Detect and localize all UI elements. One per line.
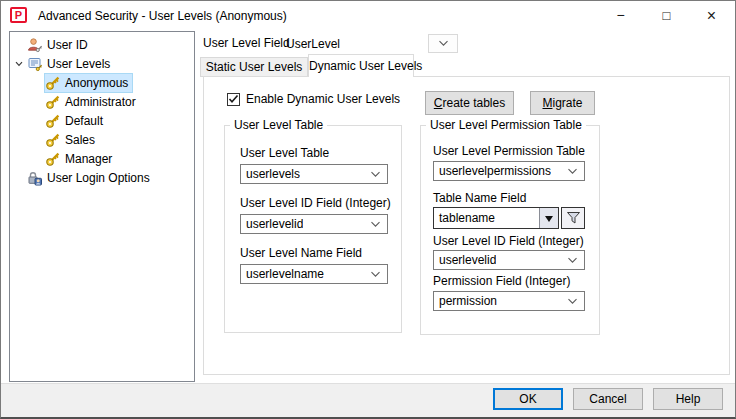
tree-item-user-levels[interactable]: User Levels — [10, 54, 194, 73]
user-level-name-field-combobox[interactable]: userlevelname — [240, 264, 388, 284]
chevron-slot — [10, 170, 27, 186]
tree-item-user-id[interactable]: User ID — [10, 35, 194, 54]
security-tree: User ID User Levels — [9, 31, 195, 382]
dynamic-user-levels-page: Enable Dynamic User Levels Create tables… — [203, 76, 730, 375]
chevron-down-icon — [370, 171, 381, 178]
help-button[interactable]: Help — [653, 388, 723, 410]
table-name-field-combobox[interactable]: tablename — [433, 207, 559, 229]
dropdown-arrow-button[interactable] — [539, 208, 558, 228]
combo-value: userlevelid — [246, 217, 303, 231]
user-level-table-group: User Level Table User Level Table userle… — [224, 125, 402, 333]
tree-item-label: Anonymous — [65, 75, 132, 91]
chevron-slot — [10, 113, 27, 129]
chevron-slot — [10, 75, 27, 91]
tab-dynamic-user-levels[interactable]: Dynamic User Levels — [308, 54, 414, 77]
checkbox-checked-icon[interactable] — [227, 93, 240, 106]
group-title: User Level Table — [230, 118, 327, 132]
table-name-field-label: Table Name Field — [433, 191, 526, 205]
tree-item-label: User Login Options — [47, 170, 153, 186]
key-icon — [45, 113, 61, 129]
key-icon — [45, 75, 61, 91]
tree-item-label: Default — [65, 113, 106, 129]
combo-value: userlevels — [246, 167, 300, 181]
combo-value: userlevelpermissions — [439, 164, 551, 178]
minimize-button[interactable]: − — [598, 1, 643, 30]
combo-value: tablename — [439, 211, 495, 225]
perm-user-level-id-combobox[interactable]: userlevelid — [433, 250, 585, 270]
combo-value: userlevelname — [246, 267, 324, 281]
chevron-down-icon — [567, 168, 578, 175]
create-tables-button[interactable]: Create tables — [425, 91, 514, 115]
combo-value: permission — [439, 294, 497, 308]
chevron-slot — [10, 37, 27, 53]
tree-item-label: User ID — [47, 37, 91, 53]
chevron-down-icon[interactable] — [10, 56, 27, 72]
chevron-down-icon — [567, 257, 578, 264]
chevron-down-icon — [567, 298, 578, 305]
key-icon — [45, 151, 61, 167]
user-level-permission-table-group: User Level Permission Table User Level P… — [420, 125, 600, 335]
chevron-down-icon — [370, 221, 381, 228]
enable-dynamic-checkbox-label: Enable Dynamic User Levels — [246, 92, 400, 106]
maximize-button[interactable]: □ — [644, 1, 689, 30]
user-level-field-value: UserLevel — [284, 37, 340, 51]
user-id-icon — [27, 37, 43, 53]
user-level-id-field-label: User Level ID Field (Integer) — [240, 196, 391, 210]
tab-static-user-levels[interactable]: Static User Levels — [200, 57, 308, 77]
user-level-name-field-label: User Level Name Field — [240, 246, 362, 260]
group-title: User Level Permission Table — [426, 118, 586, 132]
permission-field-combobox[interactable]: permission — [433, 291, 585, 311]
chevron-down-icon — [370, 271, 381, 278]
user-level-field-combobox[interactable]: UserLevel — [284, 33, 458, 54]
tree-item-label: Sales — [65, 132, 98, 148]
footer-bar: OK Cancel Help — [1, 383, 735, 417]
user-level-table-combobox[interactable]: userlevels — [240, 164, 388, 184]
permission-table-label: User Level Permission Table — [433, 144, 585, 158]
tree-item-default[interactable]: Default — [10, 111, 194, 130]
key-icon — [45, 132, 61, 148]
key-icon — [45, 94, 61, 110]
chevron-slot — [10, 132, 27, 148]
chevron-down-icon[interactable] — [428, 34, 458, 53]
window-title: Advanced Security - User Levels (Anonymo… — [38, 1, 287, 31]
perm-user-level-id-label: User Level ID Field (Integer) — [433, 234, 584, 248]
user-level-id-field-combobox[interactable]: userlevelid — [240, 214, 388, 234]
tree-item-administrator[interactable]: Administrator — [10, 92, 194, 111]
tree-item-sales[interactable]: Sales — [10, 130, 194, 149]
cancel-button[interactable]: Cancel — [573, 388, 643, 410]
enable-dynamic-checkbox-row[interactable]: Enable Dynamic User Levels — [227, 92, 400, 106]
tree-item-label: User Levels — [47, 56, 113, 72]
ok-button[interactable]: OK — [493, 388, 563, 410]
tree-item-label: Manager — [65, 151, 115, 167]
chevron-slot — [10, 151, 27, 167]
app-icon: P — [10, 7, 27, 23]
tree-item-user-login-options[interactable]: User Login Options — [10, 168, 194, 187]
tree-item-anonymous[interactable]: Anonymous — [10, 73, 194, 92]
login-options-icon — [27, 170, 43, 186]
user-level-field-label: User Level Field — [203, 33, 290, 53]
tree-item-label: Administrator — [65, 94, 139, 110]
migrate-button[interactable]: Migrate — [530, 91, 595, 115]
titlebar: P Advanced Security - User Levels (Anony… — [1, 1, 735, 31]
funnel-icon — [566, 211, 581, 225]
filter-button[interactable] — [561, 207, 585, 229]
permission-table-combobox[interactable]: userlevelpermissions — [433, 161, 585, 181]
selected-item-highlight: Anonymous — [45, 74, 132, 92]
permission-field-label: Permission Field (Integer) — [433, 274, 570, 288]
user-levels-icon — [27, 56, 43, 72]
user-level-table-label: User Level Table — [240, 146, 329, 160]
tree-item-manager[interactable]: Manager — [10, 149, 194, 168]
close-button[interactable]: × — [689, 1, 734, 30]
chevron-slot — [10, 94, 27, 110]
triangle-down-icon — [545, 216, 553, 226]
dialog-window: P Advanced Security - User Levels (Anony… — [0, 0, 736, 419]
combo-value: userlevelid — [439, 253, 496, 267]
